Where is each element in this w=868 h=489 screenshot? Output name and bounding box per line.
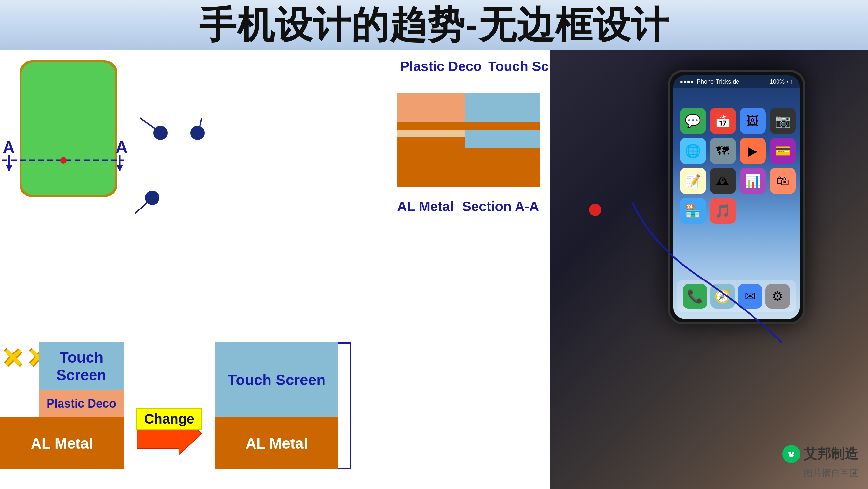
svg-point-22 — [792, 452, 795, 454]
wechat-icon — [782, 445, 800, 463]
app-icon-8: 💳 — [770, 138, 796, 164]
before-touch-screen: TouchScreen — [39, 342, 124, 390]
phone-photo-area: ●●●● iPhone-Tricks.de 100% ▪ ↑ 💬 📅 🖼 📷 🌐… — [550, 51, 868, 489]
dock-icon-1: 📞 — [683, 284, 707, 309]
svg-point-23 — [788, 454, 794, 457]
app-icon-2: 📅 — [710, 108, 736, 134]
app-icon-9: 📝 — [680, 168, 706, 194]
plastic-deco-top-label: Plastic Deco — [400, 59, 482, 74]
right-panel: ●●●● iPhone-Tricks.de 100% ▪ ↑ 💬 📅 🖼 📷 🌐… — [550, 51, 868, 489]
before-al-metal: AL Metal — [0, 417, 124, 469]
arrow-shape: Change — [137, 357, 202, 455]
app-icon-12: 🛍 — [770, 168, 796, 194]
left-panel: ✕ ✕ TouchScreen Plastic Deco AL Metal — [0, 51, 290, 489]
watermark: 艾邦制造 — [782, 445, 858, 463]
status-bar: ●●●● iPhone-Tricks.de 100% ▪ ↑ — [673, 75, 800, 88]
app-icon-3: 🖼 — [740, 108, 766, 134]
phone-outline — [20, 60, 117, 197]
wechat-logo-svg — [786, 448, 797, 460]
change-label: Change — [136, 407, 203, 430]
before-plastic-deco: Plastic Deco — [39, 390, 124, 417]
section-diagram-svg — [397, 93, 540, 187]
app-icon-10: 🕰 — [710, 168, 736, 194]
app-icon-13: 🏪 — [680, 198, 706, 224]
svg-point-21 — [788, 452, 791, 454]
svg-rect-20 — [465, 130, 540, 148]
page-title: 手机设计的趋势-无边框设计 — [199, 0, 669, 51]
title-bar: 手机设计的趋势-无边框设计 — [0, 0, 868, 51]
battery-text: 100% ▪ ↑ — [770, 79, 793, 85]
main-content: A A ✕ ✕ TouchScreen — [0, 51, 868, 489]
dock: 📞 🧭 ✉ ⚙ — [677, 280, 797, 312]
phone-outline-wrapper — [20, 60, 117, 197]
app-icon-14: 🎵 — [710, 198, 736, 224]
svg-rect-18 — [397, 122, 540, 130]
phone-screen: ●●●● iPhone-Tricks.de 100% ▪ ↑ 💬 📅 🖼 📷 🌐… — [673, 75, 800, 319]
credit-text: 图片摘自百度 — [804, 467, 858, 479]
dock-icon-3: ✉ — [738, 284, 762, 309]
app-icon-5: 🌐 — [680, 138, 706, 164]
app-icon-4: 📷 — [770, 108, 796, 134]
section-aa-label: Section A-A — [462, 199, 539, 214]
app-grid: 💬 📅 🖼 📷 🌐 🗺 ▶ 💳 📝 🕰 📊 🛍 🏪 🎵 — [673, 88, 800, 230]
app-icon-1: 💬 — [680, 108, 706, 134]
app-icon-7: ▶ — [740, 138, 766, 164]
before-al-label: AL Metal — [31, 435, 93, 452]
al-metal-label: AL Metal — [397, 199, 454, 214]
before-touch-label: TouchScreen — [56, 349, 106, 384]
phone-device: ●●●● iPhone-Tricks.de 100% ▪ ↑ 💬 📅 🖼 📷 🌐… — [668, 70, 805, 324]
before-plastic-label: Plastic Deco — [46, 397, 116, 410]
app-icon-6: 🗺 — [710, 138, 736, 164]
brand-text: 艾邦制造 — [804, 445, 858, 463]
dock-icon-2: 🧭 — [711, 284, 735, 309]
middle-panel: Plastic Deco Touch Screen AL Metal Secti… — [290, 51, 550, 489]
svg-rect-17 — [397, 93, 465, 122]
before-box: ✕ ✕ TouchScreen Plastic Deco AL Metal — [0, 342, 124, 469]
x-mark-1: ✕ — [2, 346, 24, 372]
dock-icon-4: ⚙ — [766, 284, 790, 309]
app-icon-11: 📊 — [740, 168, 766, 194]
red-dot — [589, 204, 601, 216]
change-arrow-container: Change — [133, 342, 205, 469]
carrier-text: ●●●● iPhone-Tricks.de — [680, 79, 739, 85]
